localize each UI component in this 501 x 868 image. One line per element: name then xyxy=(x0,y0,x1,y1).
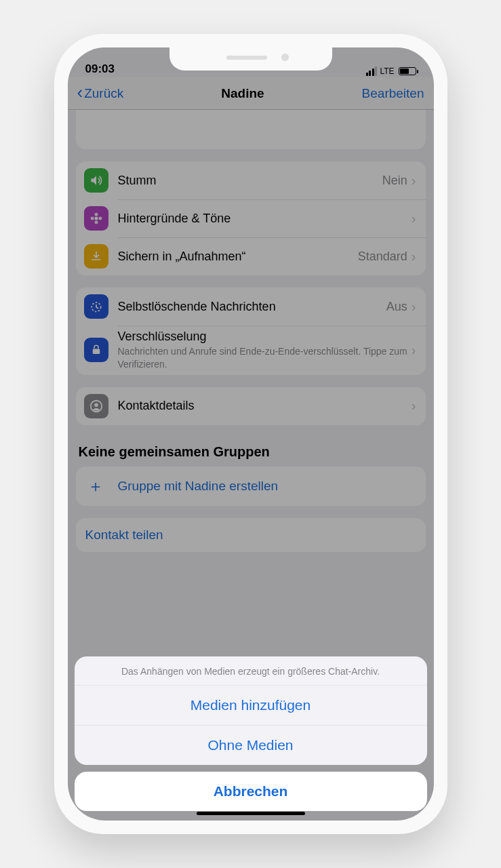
action-sheet: Das Anhängen von Medien erzeugt ein größ… xyxy=(75,656,427,811)
screen: 09:03 LTE ‹ Zurück Nadine Bearbeiten xyxy=(68,47,434,821)
notch xyxy=(169,47,332,71)
action-sheet-options: Das Anhängen von Medien erzeugt ein größ… xyxy=(75,656,427,765)
device-frame: 09:03 LTE ‹ Zurück Nadine Bearbeiten xyxy=(54,34,447,834)
home-indicator[interactable] xyxy=(197,812,305,815)
cancel-button[interactable]: Abbrechen xyxy=(75,772,427,811)
action-sheet-message: Das Anhängen von Medien erzeugt ein größ… xyxy=(75,656,427,685)
option-without-media[interactable]: Ohne Medien xyxy=(75,725,427,765)
option-attach-media[interactable]: Medien hinzufügen xyxy=(75,685,427,725)
